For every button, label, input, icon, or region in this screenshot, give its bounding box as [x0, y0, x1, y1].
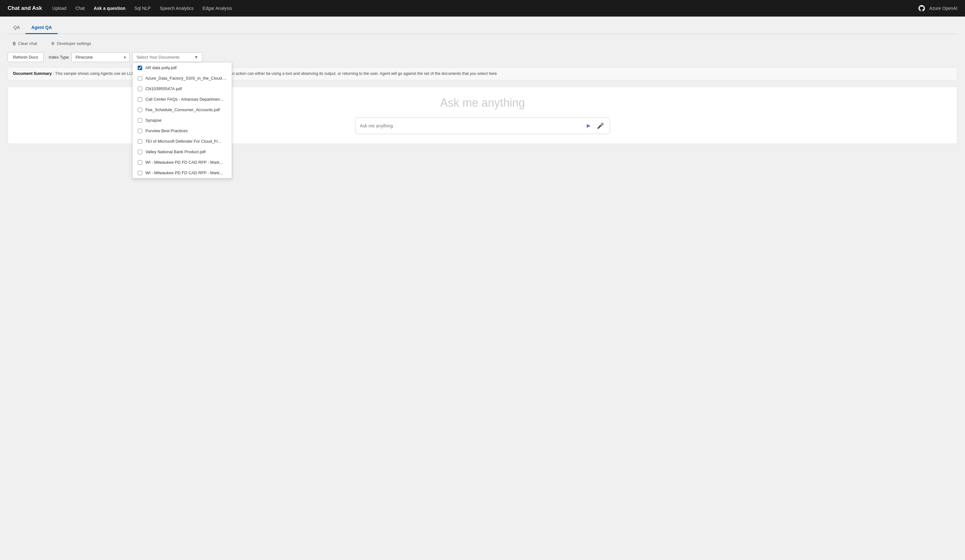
doc-select-button[interactable]: Select Your Documents ▼ — [132, 52, 202, 62]
doc-item[interactable]: TEI of Microsoft Defender For Cloud_Fi..… — [132, 136, 231, 147]
trash-icon: 🗑 — [12, 41, 16, 46]
developer-settings-label: Developer settings — [57, 41, 91, 46]
github-icon — [918, 5, 926, 12]
navbar-right: Azure OpenAI — [918, 5, 957, 12]
doc-select-chevron-icon: ▼ — [194, 55, 198, 60]
doc-label: Call Center FAQs - Arkansas Departmen... — [145, 97, 223, 101]
doc-checkbox[interactable] — [138, 171, 142, 175]
doc-item[interactable]: Purview Best Practices — [132, 126, 231, 136]
navbar: Chat and Ask UploadChatAsk a questionSql… — [0, 0, 965, 16]
developer-settings-button[interactable]: ⚙ Developer settings — [47, 39, 96, 48]
summary-label: Document Summary — [13, 71, 52, 76]
tab-qa[interactable]: QA — [8, 22, 26, 34]
navbar-link-edgar-analysis[interactable]: Edgar Analysis — [203, 5, 232, 12]
doc-checkbox[interactable] — [138, 150, 142, 154]
refresh-docs-button[interactable]: Refresh Docs — [8, 52, 44, 62]
doc-checkbox[interactable] — [138, 118, 142, 122]
index-type-label: Index Type — [49, 55, 69, 60]
doc-checkbox[interactable] — [138, 87, 142, 91]
navbar-link-sql-nlp[interactable]: Sql NLP — [134, 5, 151, 12]
send-icon: ► — [586, 122, 592, 129]
page: QA Agent QA 🗑 Clear chat ⚙ Developer set… — [0, 16, 965, 560]
doc-checkbox[interactable] — [138, 160, 142, 165]
doc-item[interactable]: Call Center FAQs - Arkansas Departmen... — [132, 94, 231, 104]
doc-label: Purview Best Practices — [145, 128, 188, 133]
doc-item[interactable]: Valley National Bank Product.pdf — [132, 147, 231, 157]
clear-chat-button[interactable]: 🗑 Clear chat — [8, 39, 41, 48]
clear-chat-label: Clear chat — [18, 41, 37, 46]
navbar-left: Chat and Ask UploadChatAsk a questionSql… — [8, 5, 232, 12]
azure-openai-label: Azure OpenAI — [929, 6, 957, 11]
doc-checkbox[interactable] — [138, 76, 142, 81]
send-button[interactable]: ► — [584, 121, 593, 131]
navbar-links: UploadChatAsk a questionSql NLPSpeech An… — [52, 5, 232, 12]
navbar-brand: Chat and Ask — [8, 5, 42, 11]
index-type-select-wrapper: Pinecone Azure Cognitive Search Redis ▼ — [71, 52, 130, 62]
doc-checkbox[interactable] — [138, 97, 142, 101]
doc-dropdown: AR data poliy.pdfAzure_Data_Factory_SSIS… — [132, 62, 232, 178]
microphone-icon: 🎤 — [597, 122, 604, 129]
doc-item[interactable]: WI - Milwaukee PD FD CAD RFP - Mark... — [132, 168, 231, 178]
doc-label: Valley National Bank Product.pdf — [145, 149, 206, 154]
doc-label: Synapse — [145, 118, 162, 122]
doc-checkbox[interactable] — [138, 139, 142, 144]
doc-label: Fee_Schedule_Consumer_Accounts.pdf — [145, 107, 219, 112]
tab-agent-qa[interactable]: Agent QA — [26, 22, 58, 34]
navbar-link-chat[interactable]: Chat — [75, 5, 85, 12]
ask-placeholder: Ask me anything — [440, 96, 525, 109]
toolbar: 🗑 Clear chat ⚙ Developer settings — [8, 39, 957, 48]
navbar-link-ask-a-question[interactable]: Ask a question — [94, 5, 126, 12]
doc-label: CN103955547A.pdf — [145, 87, 182, 91]
controls-row: Refresh Docs Index Type Pinecone Azure C… — [8, 52, 957, 62]
doc-select-wrapper: Select Your Documents ▼ AR data poliy.pd… — [132, 52, 202, 62]
doc-label: AR data poliy.pdf — [145, 65, 177, 70]
doc-item[interactable]: CN103955547A.pdf — [132, 83, 231, 94]
doc-label: WI - Milwaukee PD FD CAD RFP - Mark... — [145, 160, 223, 165]
doc-label: WI - Milwaukee PD FD CAD RFP - Mark... — [145, 170, 223, 175]
doc-item[interactable]: AR data poliy.pdf — [132, 62, 231, 73]
doc-item[interactable]: Azure_Data_Factory_SSIS_in_the_Cloud.... — [132, 73, 231, 83]
navbar-link-speech-analytics[interactable]: Speech Analytics — [160, 5, 194, 12]
doc-label: Azure_Data_Factory_SSIS_in_the_Cloud.... — [145, 76, 226, 81]
gear-icon: ⚙ — [51, 41, 55, 46]
tabs: QA Agent QA — [8, 22, 957, 34]
doc-item[interactable]: Fee_Schedule_Consumer_Accounts.pdf — [132, 104, 231, 115]
doc-item[interactable]: WI - Milwaukee PD FD CAD RFP - Mark... — [132, 157, 231, 168]
navbar-link-upload[interactable]: Upload — [52, 5, 66, 12]
doc-select-label: Select Your Documents — [136, 55, 180, 60]
summary-text: : This sample shows using Agents use an … — [53, 71, 497, 76]
doc-checkbox[interactable] — [138, 108, 142, 112]
doc-item[interactable]: Synapse — [132, 115, 231, 126]
doc-checkbox[interactable] — [138, 129, 142, 133]
doc-label: TEI of Microsoft Defender For Cloud_Fi..… — [145, 139, 221, 144]
mic-button[interactable]: 🎤 — [595, 121, 605, 131]
chat-input[interactable] — [360, 123, 582, 128]
index-type-select[interactable]: Pinecone Azure Cognitive Search Redis — [71, 52, 130, 62]
chat-input-wrapper: ► 🎤 — [355, 117, 610, 134]
doc-checkbox[interactable] — [138, 65, 142, 70]
